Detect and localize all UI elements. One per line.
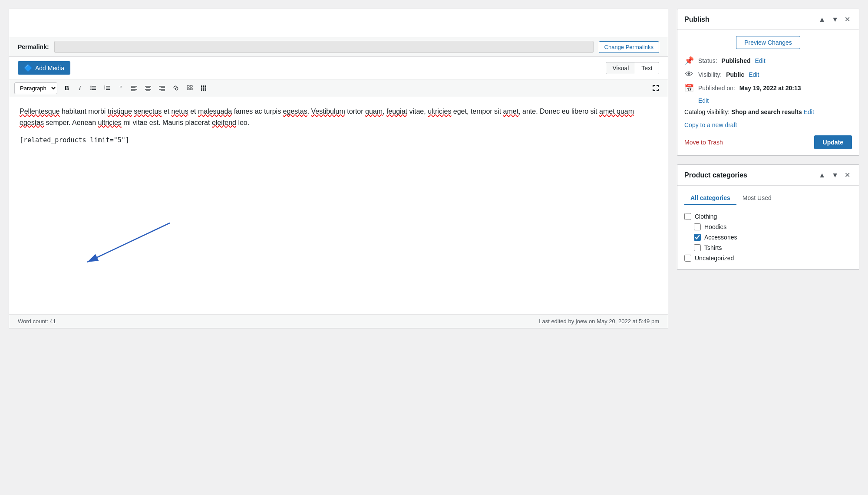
svg-rect-30 [205, 85, 206, 87]
tab-text[interactable]: Text [635, 62, 659, 74]
svg-rect-8 [106, 89, 110, 90]
catalog-label: Catalog visibility: [684, 108, 729, 115]
publish-panel-body: Preview Changes 📌 Status: Published Edit… [677, 30, 859, 155]
svg-rect-7 [106, 88, 110, 89]
catalog-edit-link[interactable]: Edit [804, 108, 814, 115]
list-item: Hoodies [684, 222, 852, 232]
svg-rect-12 [131, 86, 137, 87]
editor-content[interactable]: Pellentesque habitant morbi tristique se… [9, 97, 668, 314]
status-label: Status: [698, 57, 717, 64]
unordered-list-button[interactable] [87, 82, 100, 94]
svg-rect-34 [201, 89, 202, 91]
categories-panel-up-button[interactable]: ▲ [817, 170, 827, 180]
uncategorized-label: Uncategorized [695, 255, 734, 262]
svg-rect-33 [205, 88, 206, 89]
editor-toolbar: Paragraph B I 123 “ [9, 79, 668, 97]
change-permalinks-button[interactable]: Change Permalinks [599, 41, 659, 53]
accessories-checkbox[interactable] [694, 234, 701, 241]
word-count: Word count: 41 [18, 318, 56, 325]
move-to-trash-link[interactable]: Move to Trash [684, 139, 723, 146]
add-media-icon: 🔷 [24, 64, 33, 72]
publish-panel-title: Publish [684, 16, 710, 23]
publish-panel-down-button[interactable]: ▼ [830, 14, 840, 24]
post-title-input[interactable]: Beanie with Logo [9, 9, 668, 37]
categories-panel-close-button[interactable]: ✕ [843, 170, 852, 180]
published-value: May 19, 2022 at 20:13 [739, 85, 801, 92]
tab-most-used[interactable]: Most Used [736, 192, 778, 205]
status-value: Published [722, 57, 751, 64]
editor-area: Beanie with Logo Permalink: Change Perma… [9, 9, 668, 328]
italic-button[interactable]: I [74, 82, 86, 94]
visibility-row: 👁 Visibility: Public Edit [684, 70, 852, 79]
svg-rect-13 [131, 88, 135, 89]
accessories-label: Accessories [704, 234, 737, 241]
product-categories-header: Product categories ▲ ▼ ✕ [677, 165, 859, 186]
svg-rect-16 [145, 86, 151, 87]
hoodies-checkbox[interactable] [694, 223, 701, 230]
link-button[interactable] [169, 82, 182, 94]
uncategorized-checkbox[interactable] [684, 255, 691, 262]
arrow-annotation [53, 219, 183, 271]
svg-rect-32 [203, 88, 205, 89]
svg-rect-29 [203, 85, 205, 87]
grid-button[interactable] [197, 82, 210, 94]
visibility-icon: 👁 [684, 70, 694, 79]
svg-rect-0 [92, 86, 96, 87]
shortcode-content: [related_products limit="5"] [20, 135, 657, 145]
svg-rect-6 [106, 86, 110, 87]
catalog-value: Shop and search results [731, 108, 802, 115]
align-left-button[interactable] [128, 82, 141, 94]
preview-changes-button[interactable]: Preview Changes [736, 36, 800, 49]
catalog-row: Catalog visibility: Shop and search resu… [684, 108, 852, 115]
tab-all-categories[interactable]: All categories [684, 192, 736, 205]
list-item: Uncategorized [684, 253, 852, 263]
list-item: Clothing [684, 211, 852, 222]
svg-rect-35 [203, 89, 205, 91]
svg-rect-14 [131, 89, 137, 90]
svg-rect-17 [146, 88, 150, 89]
svg-rect-27 [190, 88, 192, 90]
add-media-button[interactable]: 🔷 Add Media [18, 61, 70, 75]
visibility-edit-link[interactable]: Edit [749, 71, 759, 78]
svg-point-4 [90, 88, 91, 89]
published-icon: 📅 [684, 83, 694, 93]
tshirts-checkbox[interactable] [694, 244, 701, 251]
publish-footer: Move to Trash Update [684, 135, 852, 149]
published-row: 📅 Published on: May 19, 2022 at 20:13 [684, 83, 852, 93]
blockquote-button[interactable]: “ [115, 82, 127, 94]
svg-rect-36 [205, 89, 206, 91]
last-edited: Last edited by joew on May 20, 2022 at 5… [539, 318, 659, 325]
product-categories-controls: ▲ ▼ ✕ [817, 170, 852, 180]
tab-visual[interactable]: Visual [606, 62, 635, 74]
table-button[interactable] [183, 82, 196, 94]
bold-button[interactable]: B [61, 82, 73, 94]
svg-rect-28 [201, 85, 202, 87]
published-edit-link[interactable]: Edit [698, 97, 709, 104]
publish-panel-up-button[interactable]: ▲ [817, 14, 827, 24]
publish-panel-close-button[interactable]: ✕ [843, 14, 852, 24]
align-center-button[interactable] [142, 82, 155, 94]
permalink-label: Permalink: [18, 43, 49, 50]
format-select[interactable]: Paragraph [14, 82, 57, 94]
status-edit-link[interactable]: Edit [755, 57, 766, 64]
visibility-label: Visibility: [698, 71, 722, 78]
ordered-list-button[interactable]: 123 [101, 82, 114, 94]
status-row: 📌 Status: Published Edit [684, 56, 852, 66]
svg-line-38 [87, 223, 170, 262]
editor-footer: Word count: 41 Last edited by joew on Ma… [9, 314, 668, 328]
categories-panel-down-button[interactable]: ▼ [830, 170, 840, 180]
clothing-checkbox[interactable] [684, 213, 691, 220]
svg-rect-18 [145, 89, 151, 90]
content-paragraph: Pellentesque habitant morbi tristique se… [20, 106, 657, 128]
fullscreen-button[interactable] [649, 82, 663, 94]
update-button[interactable]: Update [814, 135, 852, 149]
svg-rect-31 [201, 88, 202, 89]
product-categories-body: All categories Most Used Clothing Hoodie… [677, 186, 859, 269]
svg-point-3 [90, 86, 91, 87]
product-categories-title: Product categories [684, 171, 747, 179]
copy-draft-link[interactable]: Copy to a new draft [684, 121, 852, 128]
align-right-button[interactable] [155, 82, 168, 94]
svg-rect-25 [190, 85, 192, 87]
svg-rect-21 [161, 88, 165, 89]
category-tabs: All categories Most Used [684, 192, 852, 205]
